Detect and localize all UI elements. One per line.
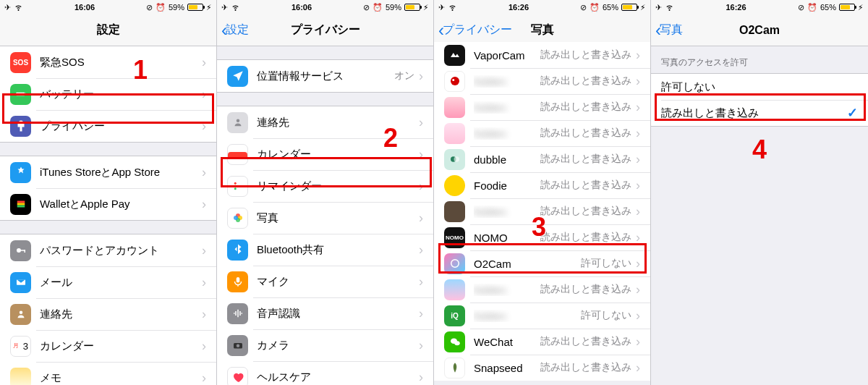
app-icon — [444, 149, 465, 170]
chevron-right-icon: › — [636, 360, 640, 376]
app-icon — [444, 45, 465, 66]
status-bar: ✈︎ 16:06 ⊘⏰59%⚡︎ — [217, 0, 433, 14]
app-icon: iQ — [444, 305, 465, 326]
row-contacts[interactable]: 連絡先› — [217, 106, 433, 138]
row-speech[interactable]: 音声認識› — [217, 297, 433, 329]
chevron-right-icon: › — [419, 179, 423, 194]
orientation-lock-icon: ⊘ — [798, 3, 804, 12]
wifi-icon — [665, 2, 674, 13]
app-row-o2cam[interactable]: O2Cam許可しない› — [434, 250, 650, 276]
app-photo-access-list: VaporCam読み出しと書き込み› hidden読み出しと書き込み› hidd… — [434, 42, 650, 381]
app-row[interactable]: hidden読み出しと書き込み› — [434, 120, 650, 146]
row-passwords[interactable]: パスワードとアカウント › — [0, 234, 216, 266]
orientation-lock-icon: ⊘ — [363, 3, 370, 12]
contacts-icon — [10, 304, 31, 325]
privacy-list: 位置情報サービス オン › 連絡先› カレンダー› リマインダー› 写真› Bl… — [217, 46, 433, 385]
chevron-right-icon: › — [419, 69, 423, 84]
row-photos[interactable]: 写真› — [217, 202, 433, 234]
row-calendar[interactable]: カレンダー› — [217, 138, 433, 170]
settings-group: 位置情報サービス オン › — [217, 59, 433, 93]
row-reminders[interactable]: リマインダー› — [217, 170, 433, 202]
chevron-right-icon: › — [636, 100, 640, 115]
step-number-2: 2 — [383, 123, 398, 153]
svg-point-3 — [17, 248, 21, 253]
row-notes[interactable]: メモ › — [0, 362, 216, 385]
airplane-icon: ✈︎ — [221, 3, 228, 12]
row-wallet[interactable]: WalletとApple Pay › — [0, 188, 216, 220]
nav-back-button[interactable]: ‹写真 — [655, 22, 683, 39]
chevron-right-icon: › — [419, 338, 423, 353]
chevron-right-icon: › — [202, 371, 206, 386]
svg-point-29 — [454, 156, 459, 162]
app-row[interactable]: hidden読み出しと書き込み› — [434, 276, 650, 302]
alarm-icon: ⏰ — [590, 3, 600, 12]
nav-title: 設定 — [0, 22, 216, 38]
row-mail[interactable]: メール › — [0, 266, 216, 298]
app-icon — [444, 97, 465, 118]
nav-back-button[interactable]: ‹設定 — [221, 22, 249, 39]
chevron-right-icon: › — [202, 243, 206, 258]
row-camera[interactable]: カメラ› — [217, 329, 433, 361]
row-mic[interactable]: マイク› — [217, 266, 433, 297]
app-row-foodie[interactable]: Foodie読み出しと書き込み› — [434, 172, 650, 198]
sos-icon: SOS — [10, 52, 31, 73]
battery-pct: 65% — [603, 3, 618, 12]
chevron-right-icon: › — [636, 334, 640, 350]
svg-point-27 — [452, 79, 454, 81]
app-row[interactable]: hidden読み出しと書き込み› — [434, 94, 650, 120]
option-readwrite[interactable]: 読み出しと書き込み ✓ — [651, 100, 868, 126]
phone-pane-1: ✈︎ 16:06 ⊘ ⏰ 59% ⚡︎ 設定 SOS — [0, 0, 217, 385]
settings-group: パスワードとアカウント › メール › 連絡先 › 月3 カレンダー › — [0, 234, 216, 385]
tutorial-4pane: ✈︎ 16:06 ⊘ ⏰ 59% ⚡︎ 設定 SOS — [0, 0, 868, 385]
battery-icon — [10, 84, 31, 105]
wallet-icon — [10, 194, 31, 215]
app-icon — [444, 71, 465, 92]
svg-point-14 — [236, 119, 239, 123]
chevron-right-icon: › — [202, 339, 206, 354]
svg-point-26 — [451, 77, 459, 85]
battery-pct: 59% — [386, 3, 401, 12]
battery-icon — [621, 4, 637, 11]
charging-icon: ⚡︎ — [640, 3, 646, 12]
row-health[interactable]: ヘルスケア› — [217, 361, 433, 385]
nav-back-button[interactable]: ‹プライバシー — [438, 22, 512, 39]
app-row-wechat[interactable]: WeChat読み出しと書き込み› — [434, 329, 650, 355]
settings-group: SOS 緊急SOS › バッテリー › プライバシー › — [0, 46, 216, 143]
location-icon — [227, 66, 248, 87]
app-row-iqiyi[interactable]: iQhidden許可しない› — [434, 302, 650, 329]
svg-point-21 — [234, 216, 238, 220]
chevron-right-icon: › — [419, 370, 423, 385]
status-time: 16:26 — [726, 3, 746, 12]
airplane-icon: ✈︎ — [4, 3, 11, 12]
chevron-right-icon: › — [202, 165, 206, 180]
row-sos[interactable]: SOS 緊急SOS › — [0, 46, 216, 78]
app-row-dubble[interactable]: dubble読み出しと書き込み› — [434, 146, 650, 172]
charging-icon: ⚡︎ — [858, 3, 864, 12]
app-row-vaporcam[interactable]: VaporCam読み出しと書き込み› — [434, 42, 650, 68]
calendar-icon: 月3 — [10, 336, 31, 357]
chevron-right-icon: › — [419, 147, 423, 162]
row-battery[interactable]: バッテリー › — [0, 78, 216, 110]
row-appstore[interactable]: iTunes StoreとApp Store › — [0, 156, 216, 188]
chevron-right-icon: › — [636, 178, 640, 193]
status-bar: ✈︎ 16:26 ⊘⏰65%⚡︎ — [434, 0, 650, 14]
health-icon — [227, 367, 248, 386]
chevron-right-icon: › — [636, 74, 640, 89]
option-deny[interactable]: 許可しない — [651, 74, 868, 100]
charging-icon: ⚡︎ — [423, 3, 429, 12]
row-bluetooth[interactable]: Bluetooth共有› — [217, 234, 433, 266]
row-calendar[interactable]: 月3 カレンダー › — [0, 330, 216, 362]
svg-rect-5 — [24, 250, 25, 253]
row-privacy[interactable]: プライバシー › — [0, 110, 216, 142]
chevron-right-icon: › — [636, 204, 640, 219]
row-location[interactable]: 位置情報サービス オン › — [217, 60, 433, 92]
row-contacts[interactable]: 連絡先 › — [0, 298, 216, 330]
status-time: 16:26 — [509, 3, 529, 12]
app-row-snapseed[interactable]: Snapseed読み出しと書き込み› — [434, 355, 650, 381]
app-row[interactable]: hidden読み出しと書き込み› — [434, 68, 650, 94]
svg-rect-22 — [236, 277, 239, 283]
step-number-4: 4 — [752, 135, 767, 165]
app-icon: NOMO — [444, 227, 465, 248]
chevron-right-icon: › — [419, 274, 423, 289]
chevron-right-icon: › — [202, 119, 206, 134]
